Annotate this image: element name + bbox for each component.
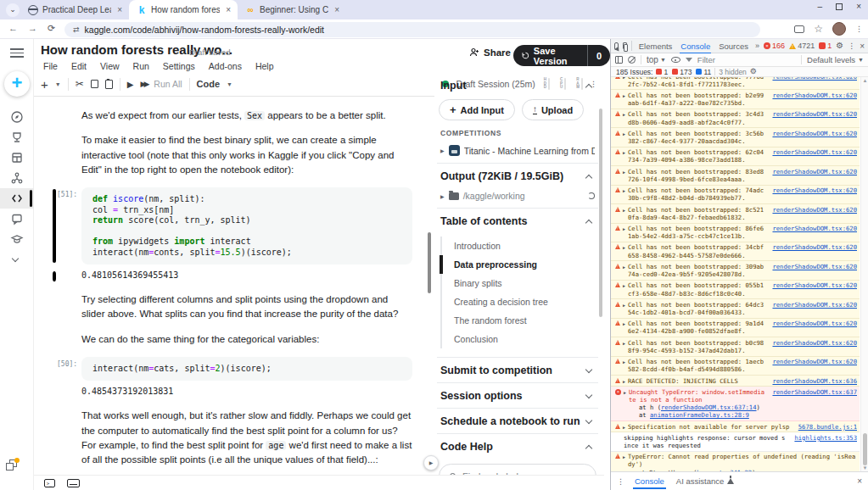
sidebar-item-datasets[interactable] <box>0 148 34 168</box>
close-devtools-icon[interactable]: × <box>860 42 865 51</box>
footer-menu-icon[interactable]: ⋮ <box>617 477 624 486</box>
run-all-label[interactable]: Run All <box>154 79 182 89</box>
source-link[interactable]: renderShadowDOM.tsx:620 <box>772 187 857 194</box>
devtools-tab-elements[interactable]: Elements <box>636 40 675 53</box>
site-settings-icon[interactable]: ⇄ <box>73 25 80 34</box>
devtools-tab-sources[interactable]: Sources <box>716 40 751 53</box>
source-link[interactable]: renderShadowDOM.tsx:620 <box>772 168 857 175</box>
menu-settings[interactable]: Settings <box>159 59 199 73</box>
devtools-scrollbar[interactable]: ▲ ▼ <box>860 77 868 471</box>
console-message-list[interactable]: ▶Cell has not been bootstrapped: 7776d2f… <box>611 77 868 471</box>
devtools-menu-icon[interactable]: ⋮ <box>848 42 855 50</box>
footer-tab-ai-assistance[interactable]: AI assistance <box>675 474 736 488</box>
source-link[interactable]: renderShadowDOM.tsx:620 <box>772 148 857 156</box>
add-cell-button[interactable]: + <box>41 77 48 92</box>
sidebar-item-competitions[interactable] <box>0 127 34 148</box>
scrollbar-thumb[interactable] <box>863 433 867 465</box>
expand-arrow-icon[interactable]: ▶ <box>623 425 625 430</box>
paste-cell-icon[interactable] <box>105 80 113 89</box>
cell-type-caret-icon[interactable]: ▼ <box>227 81 232 87</box>
hamburger-menu-icon[interactable] <box>10 48 24 58</box>
inspect-element-icon[interactable] <box>614 42 619 50</box>
expand-arrow-icon[interactable]: ▶ <box>623 226 625 231</box>
session-options-header[interactable]: Session options <box>439 383 596 408</box>
add-input-button[interactable]: +Add Input <box>439 99 515 120</box>
browser-tab[interactable]: ∞Beginner: Using Colab or× <box>238 0 346 19</box>
menu-addons[interactable]: Add-ons <box>204 59 246 73</box>
source-link[interactable]: renderShadowDOM.tsx:620 <box>772 320 857 327</box>
toc-section-header[interactable]: Table of contents <box>439 209 596 233</box>
expand-arrow-icon[interactable]: ▶ <box>623 321 625 326</box>
expand-arrow-icon[interactable]: ▶ <box>624 390 626 395</box>
sidebar-item-discussions[interactable] <box>0 209 34 229</box>
input-section-header[interactable]: Input <box>439 73 596 97</box>
expand-arrow-icon[interactable]: ▶ <box>623 131 625 136</box>
toc-item[interactable]: Introduction <box>440 237 596 255</box>
save-version-button[interactable]: Save Version 0 <box>513 45 610 66</box>
tab-close-icon[interactable]: × <box>115 5 124 14</box>
scroll-down-icon[interactable]: ▼ <box>862 465 868 471</box>
message-count-badge[interactable]: 1 <box>819 42 832 50</box>
expand-arrow-icon[interactable]: ▶ <box>623 454 625 459</box>
source-link[interactable]: renderShadowDOM.tsx:620 <box>772 206 857 214</box>
source-link[interactable]: renderShadowDOM.tsx:637:14 <box>661 404 757 411</box>
output-section-header[interactable]: Output (72KiB / 19.5GiB) <box>439 164 596 188</box>
menu-view[interactable]: View <box>96 59 124 73</box>
device-toolbar-icon[interactable] <box>623 42 627 49</box>
source-link[interactable]: renderShadowDOM.tsx:620 <box>772 77 857 81</box>
back-button[interactable]: ← <box>8 23 18 33</box>
source-link[interactable]: renderShadowDOM.tsx:620 <box>772 130 857 137</box>
cut-cell-icon[interactable]: ✂ <box>76 78 84 90</box>
expand-arrow-icon[interactable]: ▶ <box>623 379 625 384</box>
settings-gear-icon[interactable]: ⚙ <box>836 42 843 50</box>
sidebar-item-learn[interactable] <box>0 229 34 249</box>
toc-item[interactable]: Binary splits <box>440 274 596 292</box>
expand-arrow-icon[interactable]: ▶ <box>623 359 625 365</box>
keyboard-icon[interactable] <box>67 479 80 487</box>
log-levels-select[interactable]: Default levels▼ <box>801 55 864 64</box>
console-sidebar-icon[interactable] <box>615 56 623 64</box>
source-link[interactable]: renderShadowDOM.tsx:620 <box>772 225 857 232</box>
live-expression-eye-icon[interactable] <box>671 57 680 63</box>
find-code-help-input[interactable]: Find code help <box>439 464 596 475</box>
footer-tab-console[interactable]: Console <box>633 474 666 488</box>
version-count[interactable]: 0 <box>587 45 610 66</box>
toc-item[interactable]: Conclusion <box>440 330 596 348</box>
url-bar[interactable]: ⇄ kaggle.com/code/abhivij/how-random-for… <box>64 22 760 37</box>
source-link[interactable]: renderShadowDOM.tsx:636 <box>772 377 857 385</box>
code-editor[interactable]: interact(nm=cats, split=2)(iscore); <box>81 357 412 381</box>
code-help-header[interactable]: Code Help <box>439 434 596 459</box>
tab-search-button[interactable]: ⌄ <box>6 3 20 17</box>
menu-run[interactable]: Run <box>129 59 154 73</box>
console-terminal-icon[interactable]: >_ <box>44 479 55 487</box>
add-cell-caret-icon[interactable]: ▼ <box>55 81 61 87</box>
browser-tab[interactable]: Practical Deep Learning× <box>20 0 129 19</box>
cell-type-select[interactable]: Code <box>197 79 221 89</box>
panel-scrollbar[interactable] <box>599 109 602 317</box>
toc-item[interactable]: The random forest <box>440 311 596 330</box>
expand-arrow-icon[interactable]: ▶ <box>623 112 625 117</box>
share-button[interactable]: Share <box>469 47 511 58</box>
panel-collapse-button[interactable]: ▶ <box>423 455 439 471</box>
code-cell[interactable]: [51]:def iscore(nm, split): col = trn_xs… <box>81 187 412 264</box>
context-selector[interactable]: top▼ <box>647 55 666 64</box>
expand-arrow-icon[interactable]: ▶ <box>623 208 625 213</box>
toc-item[interactable]: Data preprocessing <box>440 255 596 274</box>
forward-button[interactable]: → <box>28 23 37 33</box>
profile-avatar[interactable] <box>832 22 846 36</box>
close-window-button[interactable]: × <box>856 2 861 11</box>
source-link[interactable]: renderShadowDOM.tsx:620 <box>772 339 857 347</box>
source-link[interactable]: 5678.bundle.js:1 <box>798 423 857 431</box>
expand-arrow-icon[interactable]: ▶ <box>623 303 625 308</box>
menu-edit[interactable]: Edit <box>67 59 91 73</box>
run-all-icon[interactable]: ▶▶ <box>140 80 147 88</box>
hidden-windows-icon[interactable] <box>6 461 18 471</box>
code-cell[interactable]: [50]:interact(nm=cats, split=2)(iscore); <box>81 357 412 381</box>
devtools-tab-console[interactable]: Console <box>678 40 713 53</box>
tab-close-icon[interactable]: × <box>333 5 341 14</box>
expand-arrow-icon[interactable]: ▶ <box>623 245 625 250</box>
expand-arrow-icon[interactable]: ▶ <box>623 170 625 175</box>
close-drawer-icon[interactable]: × <box>857 476 862 486</box>
filter-input[interactable]: Filter <box>697 55 715 64</box>
refresh-icon[interactable] <box>588 192 595 199</box>
